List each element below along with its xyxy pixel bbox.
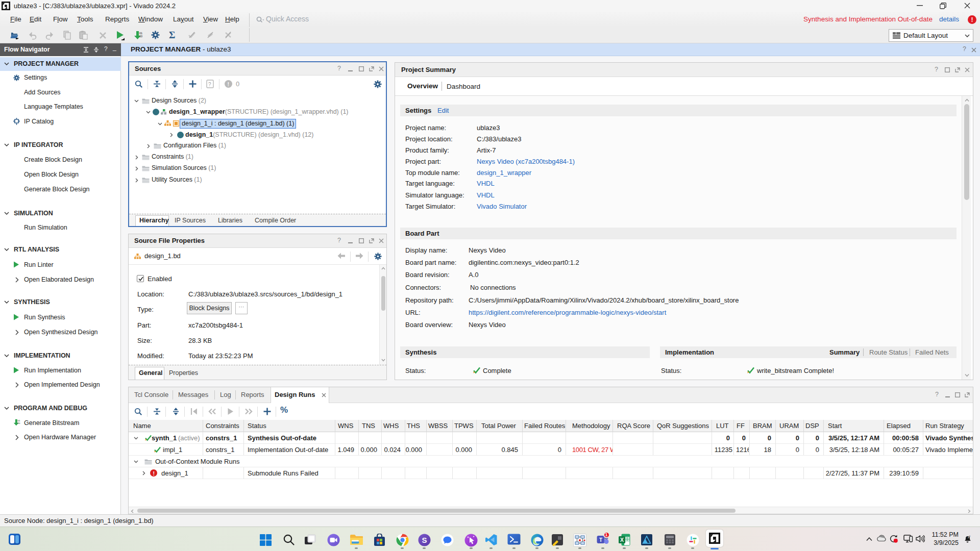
svg-text:01: 01 — [139, 32, 142, 35]
svg-text:T: T — [599, 537, 602, 543]
svg-text:?: ? — [208, 82, 211, 87]
svg-text:10: 10 — [139, 35, 142, 38]
svg-text:X: X — [620, 537, 624, 543]
svg-text:01: 01 — [18, 419, 20, 422]
svg-text:10: 10 — [18, 422, 20, 424]
svg-text:z: z — [969, 535, 971, 538]
svg-text:S: S — [422, 536, 427, 544]
